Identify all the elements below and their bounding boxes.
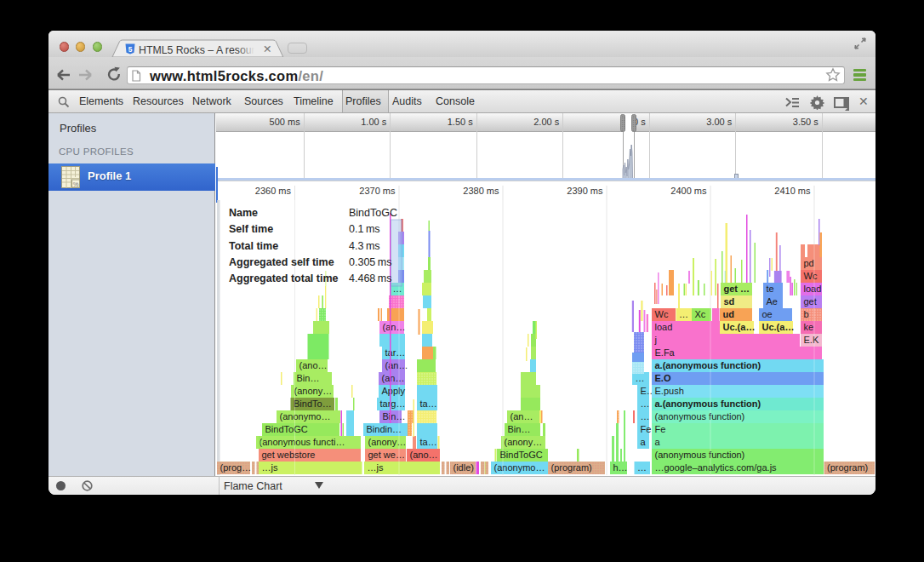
svg-text:BindToGC: BindToGC [500,450,543,460]
svg-text:j: j [654,335,657,345]
svg-text:(anony…: (anony… [294,386,333,396]
svg-text:…: … [679,309,688,319]
svg-text:Bin…: Bin… [383,411,406,422]
svg-text:Ae: Ae [767,296,778,307]
svg-text:Xc: Xc [695,309,706,319]
svg-text:BindTo…: BindTo… [294,399,332,409]
svg-text:tar…: tar… [385,347,406,358]
svg-text:E.push: E.push [655,386,684,396]
svg-text:2380 ms: 2380 ms [463,186,499,196]
svg-text:Bindin…: Bindin… [367,424,402,434]
svg-text:(anony…: (anony… [505,437,543,447]
svg-text:(program): (program) [551,462,592,473]
svg-text:5: 5 [128,44,132,53]
svg-text:Wc: Wc [804,271,818,281]
svg-text:Wc: Wc [655,309,669,319]
svg-text:E.Fa: E.Fa [655,347,676,358]
svg-text:(anony…: (anony… [368,437,407,447]
svg-text:(an…: (an… [510,411,533,422]
svg-text:2400 ms: 2400 ms [670,186,707,196]
svg-text:(anonymous functi…: (anonymous functi… [260,437,345,447]
svg-text:b: b [804,309,809,319]
svg-text:a.(anonymous function): a.(anonymous function) [655,399,761,409]
svg-text:ta…: ta… [420,399,437,409]
svg-text:(anonymo…: (anonymo… [280,411,331,422]
svg-text:Fe: Fe [655,424,666,434]
svg-text:te: te [767,284,774,294]
svg-text:Uc.(a…: Uc.(a… [762,322,795,332]
svg-text:(program): (program) [827,462,868,473]
svg-text:load: load [655,322,673,332]
svg-text:pd: pd [804,258,814,268]
svg-text:…js: …js [368,462,384,473]
svg-text:%: % [73,181,79,188]
svg-text:(ano…: (ano… [410,450,438,460]
svg-text:ke: ke [804,322,814,332]
svg-text:…: … [636,373,645,383]
svg-text:…google–analytics.com/ga.js: …google–analytics.com/ga.js [655,462,778,473]
svg-text:E.K: E.K [804,335,819,345]
svg-text:get webstore: get webstore [262,450,316,460]
svg-text:E.O: E.O [655,373,671,383]
svg-text:sd: sd [724,296,735,307]
svg-text:ta…: ta… [420,437,437,447]
svg-text:2410 ms: 2410 ms [774,186,811,196]
svg-text:Fe: Fe [641,424,652,434]
svg-text:BindToGC: BindToGC [265,424,308,434]
svg-text:…js: …js [262,462,278,473]
svg-text:Uc.(a…: Uc.(a… [723,322,756,332]
svg-text:Apply: Apply [382,386,406,396]
svg-text:(anonymous function): (anonymous function) [655,450,745,460]
svg-text:a.(anonymous function): a.(anonymous function) [655,360,761,370]
svg-text:…: … [641,399,650,409]
svg-text:(anonymo…: (anonymo… [494,462,545,473]
svg-text:(an…: (an… [383,322,406,332]
svg-text:2390 ms: 2390 ms [567,186,603,196]
svg-text:…: … [637,462,647,473]
svg-text:h…: h… [613,462,628,473]
svg-text:(ano…: (ano… [299,360,328,370]
svg-text:load: load [804,284,822,294]
svg-text:Bin…: Bin… [508,424,531,434]
svg-text:a: a [655,437,661,447]
svg-text:(prog…: (prog… [220,462,252,473]
svg-text:targ…: targ… [380,399,406,409]
svg-text:a: a [641,437,647,447]
svg-text:oe: oe [762,309,773,319]
svg-text:get …: get … [724,284,750,294]
svg-text:get: get [804,296,817,307]
svg-text:Bin…: Bin… [297,373,320,383]
svg-text:(idle): (idle) [453,462,474,473]
svg-text:ud: ud [723,309,734,319]
svg-text:…: … [641,411,650,422]
svg-text:(an…: (an… [382,373,405,383]
svg-text:(anonymous function): (anonymous function) [655,411,745,422]
svg-text:2360 ms: 2360 ms [255,186,292,196]
svg-text:2370 ms: 2370 ms [359,186,396,196]
svg-text:(an…: (an… [385,360,408,370]
